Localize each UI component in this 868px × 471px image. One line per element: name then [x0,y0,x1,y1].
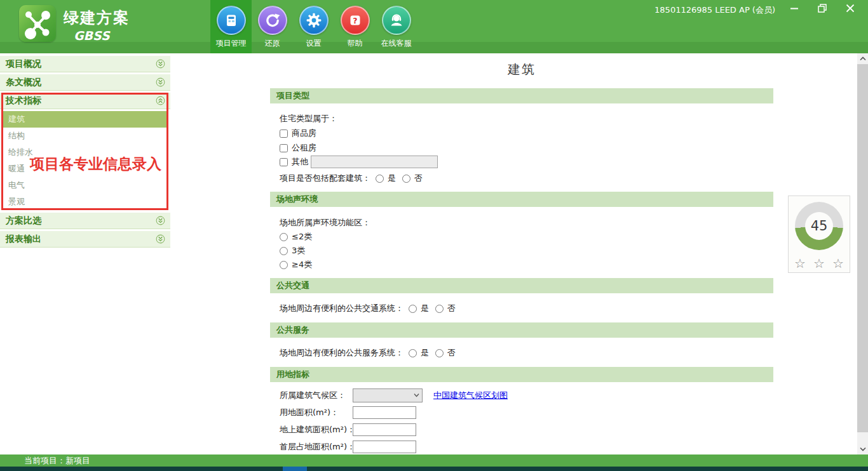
star-icon: ☆ [794,257,806,270]
taskbar-edge [0,467,868,471]
status-bar: 当前项目：新项目 [0,454,868,467]
taskbar-app-indicator[interactable] [283,467,307,471]
app-subtitle: GBSS [74,29,130,43]
sidebar-item-plumbing[interactable]: 给排水 [0,144,170,161]
radio-label-no: 否 [414,173,423,184]
sidebar-section-report-output[interactable]: 报表输出 [0,231,170,248]
first-floor-area-label: 首层占地面积(m²)： [280,441,353,453]
transport-yes-radio[interactable] [409,305,417,313]
user-account-label: 18501126985 LEED AP (会员) [654,4,775,16]
checkbox-label: 公租房 [292,142,316,154]
window-controls [780,0,864,17]
sidebar-item-landscape[interactable]: 景观 [0,194,170,210]
current-project-label: 当前项目：新项目 [24,456,90,465]
double-chevron-down-icon[interactable] [156,59,165,69]
residential-type-label: 住宅类型属于： [280,112,337,126]
radio-label-no: 否 [447,347,456,359]
technical-indicator-items: 建筑 结构 给排水 暖通 电气 景观 [0,111,170,210]
double-chevron-down-icon[interactable] [156,77,165,87]
land-area-input[interactable] [353,406,416,419]
scrollbar-thumb[interactable] [857,64,868,432]
question-label: 场地周边有便利的公共交通系统： [280,303,403,314]
climate-map-link[interactable]: 中国建筑气候区划图 [433,390,508,401]
toolbar-label: 在线客服 [381,38,412,49]
services-no-radio[interactable] [435,349,444,357]
checkbox-row-other: 其他 [280,155,438,169]
radio-label-no: 否 [447,303,456,314]
restore-icon [258,6,287,35]
acoustic-zone-label: 场地所属声环境功能区： [280,216,370,230]
star-icon: ☆ [832,257,844,270]
transport-no-radio[interactable] [435,305,444,313]
climate-zone-label: 所属建筑气候区： [280,390,353,401]
first-floor-area-input[interactable] [353,441,416,453]
public-rental-housing-checkbox[interactable] [280,144,288,152]
sidebar-item-electrical[interactable]: 电气 [0,177,170,194]
radio-label-yes: 是 [388,173,396,184]
radio-label-yes: 是 [421,347,429,359]
toolbar-button-customer-service[interactable]: 在线客服 [376,0,417,53]
support-no-radio[interactable] [402,175,410,183]
toolbar-button-project-management[interactable]: 项目管理 [210,0,252,53]
vertical-scrollbar[interactable] [857,53,868,454]
help-icon: ? [341,6,370,35]
molecule-icon [19,5,56,42]
other-housing-input[interactable] [311,156,438,168]
above-ground-area-row: 地上建筑面积(m²)： [280,423,416,437]
toolbar-label: 还原 [265,38,280,49]
close-icon[interactable] [836,0,864,17]
sidebar-item-hvac[interactable]: 暖通 [0,161,170,177]
above-ground-area-label: 地上建筑面积(m²)： [280,424,353,435]
sidebar-section-project-overview[interactable]: 项目概况 [0,56,170,72]
app-title: 绿建方案 [64,8,130,28]
main-toolbar: 项目管理 还原 [210,0,417,53]
double-chevron-down-icon[interactable] [156,234,165,244]
section-header-acoustic-environment: 场地声环境 [270,192,773,207]
sidebar-section-label: 报表输出 [6,234,41,245]
maximize-restore-icon[interactable] [808,0,836,17]
toolbar-button-restore[interactable]: 还原 [252,0,293,53]
toolbar-button-help[interactable]: ? 帮助 [334,0,376,53]
sidebar-section-label: 条文概况 [6,77,41,88]
score-panel: 45 ☆ ☆ ☆ [788,196,850,273]
sidebar-section-label: 方案比选 [6,215,41,227]
section-header-public-transport: 公共交通 [270,278,773,293]
radio-label: ≥4类 [292,259,312,270]
page-title: 建筑 [270,61,773,78]
sidebar-section-technical-indicators[interactable]: 技术指标 [0,93,170,109]
support-yes-radio[interactable] [376,175,384,183]
main-content: 建筑 项目类型 住宅类型属于： 商品房 公租房 其他 项目是否包括配套建筑： 是… [270,56,773,454]
star-rating: ☆ ☆ ☆ [789,257,850,270]
land-area-row: 用地面积(m²)： [280,406,416,420]
section-header-project-type: 项目类型 [270,88,773,103]
commercial-housing-checkbox[interactable] [280,129,288,138]
radio-label-yes: 是 [421,303,429,314]
land-area-label: 用地面积(m²)： [280,407,353,418]
climate-zone-row: 所属建筑气候区： 中国建筑气候区划图 [280,388,508,402]
other-housing-checkbox[interactable] [280,158,288,166]
acoustic-class3-radio[interactable] [280,247,288,255]
radio-label: ≤2类 [292,231,312,242]
score-donut-gauge: 45 [795,202,843,250]
customer-service-icon [382,6,411,35]
section-header-public-services: 公共服务 [270,322,773,338]
toolbar-button-settings[interactable]: 设置 [293,0,334,53]
double-chevron-up-icon[interactable] [156,96,165,105]
above-ground-area-input[interactable] [353,423,416,436]
radio-label: 3类 [292,245,305,256]
acoustic-option-row-2: 3类 [280,244,305,258]
sidebar-section-provisions-overview[interactable]: 条文概况 [0,74,170,91]
sidebar-item-building[interactable]: 建筑 [3,111,168,128]
app-logo [19,5,56,42]
acoustic-class4-radio[interactable] [280,261,288,269]
sidebar-section-scheme-comparison[interactable]: 方案比选 [0,213,170,229]
double-chevron-down-icon[interactable] [156,216,165,225]
first-floor-area-row: 首层占地面积(m²)： [280,440,416,454]
climate-zone-select[interactable] [353,388,423,402]
acoustic-class2-radio[interactable] [280,233,288,241]
scroll-down-icon[interactable] [857,444,868,454]
minimize-icon[interactable] [780,0,808,17]
scroll-up-icon[interactable] [857,53,868,64]
services-yes-radio[interactable] [409,349,417,357]
sidebar-item-structure[interactable]: 结构 [0,128,170,144]
